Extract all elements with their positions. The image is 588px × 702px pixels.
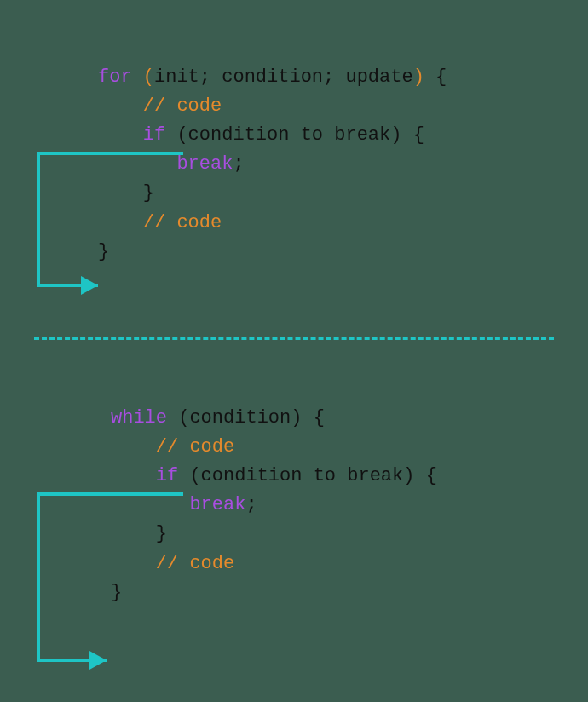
break-flow-arrow-while [0,0,588,702]
svg-marker-1 [89,651,107,670]
